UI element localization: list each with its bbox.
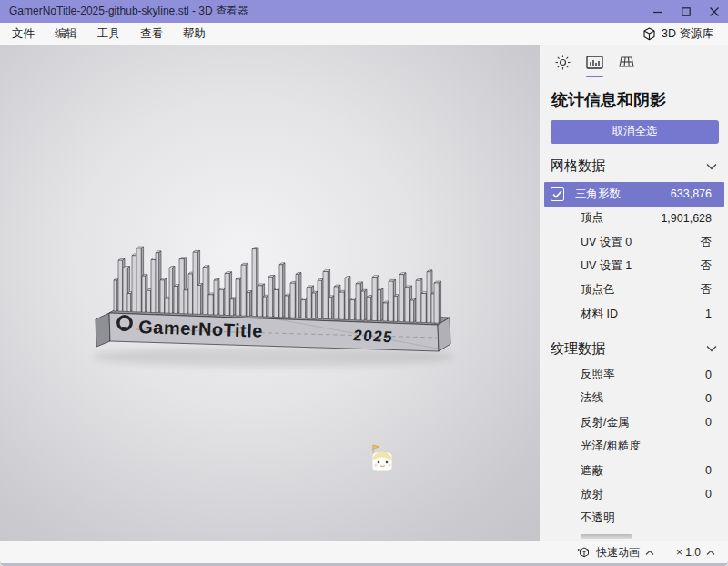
row-normal[interactable]: 法线 0 bbox=[551, 387, 719, 410]
row-label: 法线 bbox=[581, 390, 603, 406]
row-label: UV 设置 0 bbox=[581, 235, 632, 250]
status-bar: 快速动画 × 1.0 bbox=[0, 541, 728, 563]
mesh-data-header[interactable]: 网格数据 bbox=[551, 153, 719, 180]
chevron-down-icon bbox=[706, 163, 719, 170]
sidebar-tabs bbox=[551, 53, 719, 84]
chevron-up-icon bbox=[645, 550, 654, 556]
row-gloss-roughness[interactable]: 光泽/粗糙度 bbox=[551, 434, 719, 458]
row-value: 0 bbox=[705, 416, 712, 429]
clipped-row bbox=[551, 531, 719, 541]
menu-tools[interactable]: 工具 bbox=[87, 23, 130, 45]
row-material-id[interactable]: 材料 ID 1 bbox=[551, 302, 719, 326]
animation-label: 快速动画 bbox=[596, 545, 640, 561]
row-albedo[interactable]: 反照率 0 bbox=[551, 362, 719, 386]
menu-view[interactable]: 查看 bbox=[130, 23, 173, 45]
row-value: 否 bbox=[701, 258, 713, 274]
animation-control[interactable]: 快速动画 bbox=[578, 545, 654, 561]
title-bar: GamerNoTitle-2025-github-skyline.stl - 3… bbox=[0, 0, 728, 23]
tab-lighting[interactable] bbox=[551, 55, 573, 78]
row-value: 1 bbox=[705, 308, 712, 320]
row-label: 顶点 bbox=[581, 210, 603, 226]
close-icon bbox=[710, 7, 719, 16]
row-value: 否 bbox=[701, 235, 713, 250]
row-value: 0 bbox=[705, 369, 712, 381]
row-emission[interactable]: 放射 0 bbox=[551, 482, 719, 506]
row-uv-set-1[interactable]: UV 设置 1 否 bbox=[551, 254, 719, 278]
cube-icon bbox=[642, 27, 656, 41]
3d-model-canvas: GamerNoTitle 2025 bbox=[0, 45, 540, 541]
panel-title: 统计信息和阴影 bbox=[551, 84, 719, 120]
zoom-level: × 1.0 bbox=[676, 546, 701, 559]
texture-data-header[interactable]: 纹理数据 bbox=[551, 335, 719, 362]
row-vertex-color[interactable]: 顶点色 否 bbox=[551, 278, 719, 302]
mesh-data-label: 网格数据 bbox=[551, 157, 605, 175]
check-icon bbox=[552, 190, 562, 198]
row-uv-set-0[interactable]: UV 设置 0 否 bbox=[551, 230, 719, 254]
row-opacity[interactable]: 不透明 bbox=[551, 507, 719, 531]
row-value: 1,901,628 bbox=[661, 212, 712, 225]
row-reflect-metal[interactable]: 反射/金属 0 bbox=[551, 410, 719, 434]
row-value: 0 bbox=[705, 488, 712, 500]
grid-mesh-icon bbox=[618, 55, 635, 70]
chibi-cursor bbox=[366, 443, 399, 476]
row-occlusion[interactable]: 遮蔽 0 bbox=[551, 459, 719, 482]
row-vertices[interactable]: 顶点 1,901,628 bbox=[551, 207, 719, 230]
row-value: 633,876 bbox=[671, 187, 712, 200]
chevron-down-icon bbox=[706, 345, 719, 352]
row-label: 光泽/粗糙度 bbox=[581, 439, 641, 454]
maximize-icon bbox=[682, 7, 691, 16]
row-label: 顶点色 bbox=[581, 282, 615, 298]
stats-sidebar: 统计信息和阴影 取消全选 网格数据 三角形数 633,876 顶点 1,901,… bbox=[540, 45, 728, 541]
row-label: 反照率 bbox=[581, 367, 615, 382]
chevron-up-icon bbox=[706, 550, 715, 556]
minimize-button[interactable] bbox=[643, 0, 672, 23]
sun-icon bbox=[555, 55, 571, 70]
model-year-text: 2025 bbox=[352, 327, 395, 346]
window-title: GamerNoTitle-2025-github-skyline.stl - 3… bbox=[0, 4, 643, 19]
window-controls bbox=[643, 0, 728, 23]
stats-panel-icon bbox=[586, 55, 603, 70]
texture-data-label: 纹理数据 bbox=[551, 340, 605, 358]
zoom-control[interactable]: × 1.0 bbox=[676, 546, 715, 559]
row-label: 遮蔽 bbox=[581, 463, 603, 479]
row-value: 否 bbox=[701, 282, 713, 298]
3d-library-label: 3D 资源库 bbox=[662, 26, 713, 42]
menu-file[interactable]: 文件 bbox=[2, 23, 45, 45]
3d-library-button[interactable]: 3D 资源库 bbox=[639, 25, 717, 44]
row-triangles[interactable]: 三角形数 633,876 bbox=[544, 182, 724, 207]
row-label: 放射 bbox=[581, 487, 603, 502]
row-label: 反射/金属 bbox=[581, 415, 629, 430]
row-label: 不透明 bbox=[581, 510, 615, 526]
row-value: 0 bbox=[705, 464, 712, 477]
maximize-button[interactable] bbox=[672, 0, 700, 23]
tab-wireframe-grid[interactable] bbox=[615, 55, 637, 78]
tab-stats-shading[interactable] bbox=[583, 55, 605, 78]
deselect-all-button[interactable]: 取消全选 bbox=[551, 120, 719, 144]
close-button[interactable] bbox=[700, 0, 728, 23]
app-window: GamerNoTitle-2025-github-skyline.stl - 3… bbox=[0, 0, 728, 566]
triangles-checkbox[interactable] bbox=[551, 187, 564, 201]
row-label: 材料 ID bbox=[581, 307, 618, 322]
row-label: UV 设置 1 bbox=[581, 258, 632, 274]
minimize-icon bbox=[653, 7, 662, 16]
menu-bar: 文件 编辑 工具 查看 帮助 3D 资源库 bbox=[0, 23, 728, 45]
menu-help[interactable]: 帮助 bbox=[173, 23, 216, 45]
row-value: 0 bbox=[705, 392, 712, 405]
3d-viewport[interactable]: GamerNoTitle 2025 bbox=[0, 45, 540, 541]
menu-edit[interactable]: 编辑 bbox=[45, 23, 87, 45]
row-label: 三角形数 bbox=[575, 187, 621, 202]
animation-cube-icon bbox=[578, 546, 591, 559]
